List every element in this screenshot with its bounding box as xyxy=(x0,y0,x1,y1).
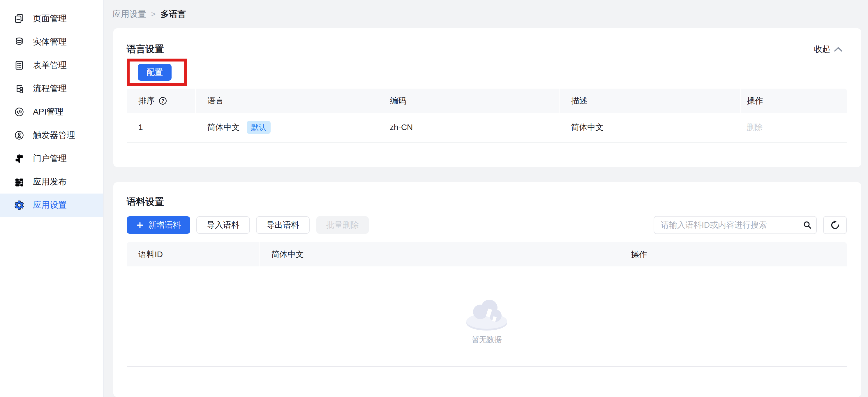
breadcrumb-current: 多语言 xyxy=(160,8,186,20)
cell-description: 简体中文 xyxy=(559,113,741,142)
plus-icon xyxy=(136,221,144,229)
gear-icon xyxy=(13,199,25,211)
column-header-corpus-id: 语料ID xyxy=(127,242,259,266)
pages-icon xyxy=(13,13,25,25)
sidebar: 页面管理 实体管理 表单管理 流程 xyxy=(0,0,104,397)
publish-icon xyxy=(13,176,25,188)
empty-state-text: 暂无数据 xyxy=(472,335,502,345)
collapse-label: 收起 xyxy=(814,44,830,55)
sidebar-item-form-management[interactable]: 表单管理 xyxy=(0,54,103,77)
form-icon xyxy=(13,59,25,71)
svg-text:?: ? xyxy=(161,98,164,103)
column-header-language: 语言 xyxy=(195,89,378,113)
question-circle-icon[interactable]: ? xyxy=(158,96,167,105)
sidebar-item-label: 页面管理 xyxy=(33,13,67,25)
corpus-settings-title: 语料设置 xyxy=(127,196,847,208)
sidebar-item-label: API管理 xyxy=(33,106,63,118)
breadcrumb-separator: > xyxy=(151,10,156,19)
table-row: 1 简体中文默认 zh-CN 简体中文 删除 xyxy=(127,113,847,142)
batch-delete-button: 批量删除 xyxy=(316,216,369,234)
sidebar-item-portal-management[interactable]: 门户管理 xyxy=(0,147,103,170)
trigger-icon xyxy=(13,130,25,141)
export-corpus-button[interactable]: 导出语料 xyxy=(256,216,310,234)
cell-order: 1 xyxy=(127,113,195,142)
column-header-actions: 操作 xyxy=(619,242,847,266)
sidebar-item-api-management[interactable]: API管理 xyxy=(0,100,103,123)
corpus-table: 语料ID 简体中文 操作 xyxy=(127,242,847,266)
cell-code: zh-CN xyxy=(378,113,559,142)
sidebar-item-trigger-management[interactable]: 触发器管理 xyxy=(0,123,103,147)
cell-language: 简体中文默认 xyxy=(195,113,378,142)
default-badge: 默认 xyxy=(247,121,271,134)
import-corpus-button[interactable]: 导入语料 xyxy=(196,216,250,234)
annotation-highlight: 配置 xyxy=(127,59,187,86)
add-corpus-button[interactable]: 新增语料 xyxy=(127,216,190,234)
sidebar-item-label: 流程管理 xyxy=(33,83,67,94)
main-content: 应用设置 > 多语言 语言设置 收起 配置 xyxy=(104,0,868,397)
sidebar-item-label: 应用设置 xyxy=(33,199,67,211)
empty-cloud-illustration xyxy=(458,288,516,334)
column-header-simplified-chinese: 简体中文 xyxy=(259,242,619,266)
corpus-search-box xyxy=(654,216,817,234)
corpus-toolbar: 新增语料 导入语料 导出语料 批量删除 xyxy=(127,216,847,234)
sidebar-item-label: 应用发布 xyxy=(33,176,67,188)
language-settings-title: 语言设置 xyxy=(127,43,164,56)
search-input[interactable] xyxy=(654,220,799,230)
search-icon[interactable] xyxy=(799,217,816,233)
api-icon xyxy=(13,106,25,118)
corpus-table-header-row: 语料ID 简体中文 操作 xyxy=(127,242,847,266)
sidebar-item-label: 门户管理 xyxy=(33,153,67,164)
language-table-header-row: 排序 ? 语言 编码 描述 操作 xyxy=(127,89,847,113)
collapse-toggle[interactable]: 收起 xyxy=(814,44,843,55)
delete-action-disabled: 删除 xyxy=(741,113,847,142)
chevron-up-icon xyxy=(834,47,843,52)
flow-icon xyxy=(13,83,25,94)
database-icon xyxy=(13,36,25,48)
sidebar-item-label: 表单管理 xyxy=(33,59,67,71)
language-settings-card: 语言设置 收起 配置 排序 xyxy=(113,28,861,167)
sidebar-item-label: 触发器管理 xyxy=(33,130,75,141)
sidebar-item-entity-management[interactable]: 实体管理 xyxy=(0,30,103,54)
breadcrumb: 应用设置 > 多语言 xyxy=(104,0,868,28)
column-header-code: 编码 xyxy=(378,89,559,113)
language-table: 排序 ? 语言 编码 描述 操作 xyxy=(127,89,847,143)
sidebar-item-app-settings[interactable]: 应用设置 xyxy=(0,194,103,217)
sidebar-item-flow-management[interactable]: 流程管理 xyxy=(0,77,103,100)
sidebar-item-app-publish[interactable]: 应用发布 xyxy=(0,170,103,194)
refresh-button[interactable] xyxy=(823,216,847,234)
sidebar-item-label: 实体管理 xyxy=(33,36,67,48)
sidebar-item-page-management[interactable]: 页面管理 xyxy=(0,7,103,30)
column-header-actions: 操作 xyxy=(741,89,847,113)
column-header-description: 描述 xyxy=(559,89,741,113)
breadcrumb-parent-link[interactable]: 应用设置 xyxy=(113,8,146,20)
column-header-order: 排序 ? xyxy=(127,89,195,113)
refresh-icon xyxy=(830,220,841,231)
configure-button[interactable]: 配置 xyxy=(138,64,172,81)
empty-state: 暂无数据 xyxy=(127,266,847,367)
corpus-settings-card: 语料设置 新增语料 导入语料 导出语料 批量删除 xyxy=(113,182,861,397)
portal-icon xyxy=(13,153,25,164)
